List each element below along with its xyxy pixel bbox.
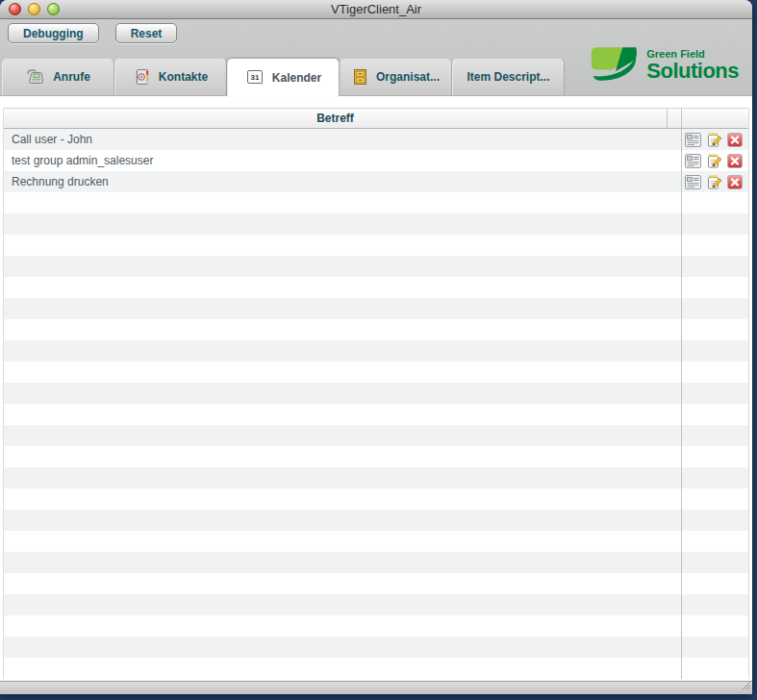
view-details-button[interactable] bbox=[685, 133, 701, 147]
row-subject bbox=[4, 404, 682, 425]
row-subject bbox=[4, 615, 682, 637]
row-actions bbox=[682, 488, 748, 510]
delete-button[interactable] bbox=[727, 175, 743, 189]
row-actions bbox=[682, 340, 748, 362]
window-controls bbox=[9, 3, 60, 15]
row-subject bbox=[4, 573, 682, 594]
app-window: VTigerClient_Air Debugging Reset Green F… bbox=[0, 0, 752, 694]
delete-button[interactable] bbox=[727, 133, 743, 147]
row-actions bbox=[682, 658, 748, 679]
table-row bbox=[4, 467, 748, 488]
row-subject bbox=[4, 594, 682, 615]
table-row bbox=[4, 192, 748, 213]
table-row bbox=[4, 552, 748, 573]
row-subject bbox=[4, 277, 682, 298]
header-area: Debugging Reset Green Field Solutions bbox=[0, 19, 752, 96]
row-subject bbox=[4, 425, 682, 446]
row-subject bbox=[4, 340, 682, 362]
tab-label: Item Descript... bbox=[467, 70, 549, 84]
row-actions bbox=[682, 425, 748, 446]
row-actions bbox=[682, 171, 748, 192]
content-area: Betreff Call user - John bbox=[0, 96, 752, 681]
title-bar[interactable]: VTigerClient_Air bbox=[0, 0, 752, 19]
row-actions bbox=[682, 615, 748, 637]
row-subject bbox=[4, 658, 682, 679]
debugging-button[interactable]: Debugging bbox=[8, 23, 99, 43]
row-actions bbox=[682, 637, 748, 658]
column-header-actions bbox=[682, 109, 748, 128]
row-actions bbox=[682, 277, 748, 298]
delete-button[interactable] bbox=[727, 154, 743, 168]
resize-grip-icon[interactable] bbox=[740, 679, 751, 693]
row-subject bbox=[4, 319, 682, 340]
row-actions bbox=[682, 192, 748, 213]
row-subject bbox=[4, 446, 682, 467]
tab-label: Organisat... bbox=[376, 70, 440, 84]
table-row bbox=[4, 256, 748, 277]
row-actions bbox=[682, 298, 748, 319]
row-actions bbox=[682, 510, 748, 531]
row-actions bbox=[682, 573, 748, 594]
tab-kalender[interactable]: 31 Kalender bbox=[227, 59, 340, 96]
table-row bbox=[4, 362, 748, 383]
table-row bbox=[4, 319, 748, 340]
window-title: VTigerClient_Air bbox=[0, 0, 752, 18]
table-row bbox=[4, 425, 748, 446]
tab-label: Kontakte bbox=[159, 70, 208, 84]
row-actions bbox=[682, 362, 748, 383]
row-actions bbox=[682, 235, 748, 256]
tab-organisationen[interactable]: Organisat... bbox=[340, 59, 452, 95]
row-subject: Rechnung drucken bbox=[4, 171, 682, 192]
status-bar bbox=[0, 681, 752, 694]
zoom-icon[interactable] bbox=[47, 3, 60, 15]
tab-kontakte[interactable]: Kontakte bbox=[114, 59, 227, 95]
phone-icon bbox=[26, 68, 45, 86]
row-subject: test group admin_salesuser bbox=[4, 150, 682, 171]
logo-tagline: Green Field bbox=[646, 49, 739, 60]
tab-bar: Anrufe Kontakte bbox=[2, 59, 752, 95]
row-subject bbox=[4, 362, 682, 383]
row-actions bbox=[682, 594, 748, 615]
calendar-table: Betreff Call user - John bbox=[3, 108, 749, 679]
row-subject bbox=[4, 213, 682, 235]
table-row bbox=[4, 213, 748, 235]
view-details-button[interactable] bbox=[685, 154, 701, 168]
edit-button[interactable] bbox=[706, 132, 722, 147]
table-row bbox=[4, 298, 748, 319]
table-row[interactable]: test group admin_salesuser bbox=[4, 150, 748, 171]
row-actions bbox=[682, 552, 748, 573]
row-actions bbox=[682, 404, 748, 425]
row-actions bbox=[682, 467, 748, 488]
calendar-icon: 31 bbox=[245, 69, 265, 86]
table-row bbox=[4, 235, 748, 256]
table-row bbox=[4, 573, 748, 594]
row-subject bbox=[4, 531, 682, 552]
row-actions bbox=[682, 531, 748, 552]
tab-anrufe[interactable]: Anrufe bbox=[2, 59, 114, 95]
tab-label: Anrufe bbox=[53, 70, 90, 84]
row-subject bbox=[4, 510, 682, 531]
table-row bbox=[4, 340, 748, 362]
row-subject bbox=[4, 298, 682, 319]
row-subject bbox=[4, 467, 682, 488]
row-subject bbox=[4, 383, 682, 404]
column-header-spacer bbox=[668, 109, 682, 128]
edit-button[interactable] bbox=[706, 153, 722, 168]
tab-item-description[interactable]: Item Descript... bbox=[452, 59, 565, 95]
row-subject bbox=[4, 256, 682, 277]
row-actions bbox=[682, 256, 748, 277]
close-icon[interactable] bbox=[9, 3, 21, 15]
table-row[interactable]: Call user - John bbox=[4, 129, 748, 150]
table-row[interactable]: Rechnung drucken bbox=[4, 171, 748, 192]
row-subject: Call user - John bbox=[4, 129, 682, 150]
view-details-button[interactable] bbox=[685, 175, 701, 189]
table-row bbox=[4, 446, 748, 467]
reset-button[interactable]: Reset bbox=[115, 23, 178, 43]
table-row bbox=[4, 615, 748, 637]
column-header-betreff[interactable]: Betreff bbox=[4, 109, 668, 128]
table-row bbox=[4, 277, 748, 298]
table-row bbox=[4, 488, 748, 510]
minimize-icon[interactable] bbox=[28, 3, 40, 15]
table-row bbox=[4, 531, 748, 552]
edit-button[interactable] bbox=[706, 174, 722, 189]
